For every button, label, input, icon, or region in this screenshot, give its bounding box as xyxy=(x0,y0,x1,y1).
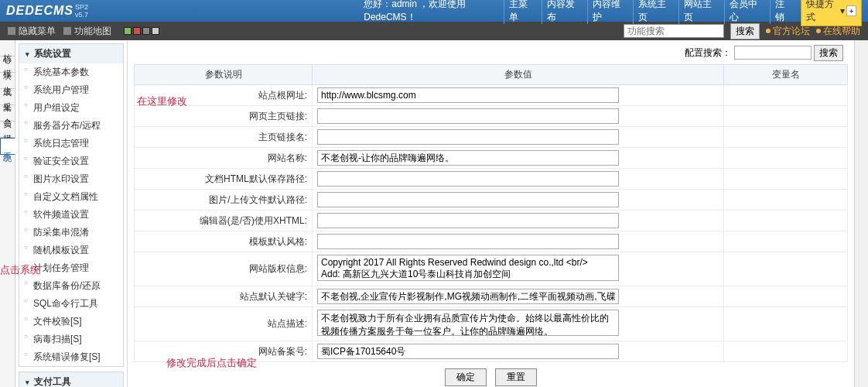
hide-menu-toggle[interactable]: 隐藏菜单 xyxy=(8,25,56,38)
sidebar-item[interactable]: 图片水印设置 xyxy=(19,170,123,188)
config-varname xyxy=(724,148,848,169)
nav-system-home[interactable]: 系统主页 xyxy=(633,0,675,24)
reset-button[interactable]: 重置 xyxy=(495,368,537,386)
nav-logout[interactable]: 注销 xyxy=(770,0,796,24)
config-row: 站点根网址: xyxy=(135,85,848,106)
nav-member-center[interactable]: 会员中心 xyxy=(724,0,767,24)
plus-icon[interactable]: + xyxy=(846,5,856,16)
config-row: 主页链接名: xyxy=(135,127,848,148)
config-value-cell xyxy=(313,85,724,106)
config-input[interactable] xyxy=(317,108,619,124)
theme-gray[interactable] xyxy=(142,27,150,35)
logo-version: SP2 v5.7 xyxy=(75,3,101,19)
config-input[interactable]: 不老创视致力于所有企业拥有品质宣传片为使命。始终以最高性价比的视频传播方案服务于… xyxy=(317,310,619,336)
config-label: 站点根网址: xyxy=(135,85,313,106)
config-input[interactable] xyxy=(317,289,619,304)
sidebar-item[interactable]: 软件频道设置 xyxy=(19,206,123,224)
sidebar-item[interactable]: 服务器分布/远程 xyxy=(19,117,123,135)
sidebar-item[interactable]: 验证安全设置 xyxy=(19,152,123,170)
sidebar-item[interactable]: 用户组设定 xyxy=(19,99,123,117)
quick-way-label: 快捷方式 xyxy=(806,0,839,24)
sidebar-item[interactable]: 随机模板设置 xyxy=(19,241,123,259)
config-row: 网站版权信息:Copyright 2017 All Rights Reserve… xyxy=(135,252,848,286)
config-value-cell xyxy=(313,341,724,362)
welcome-text: 您好：admin ，欢迎使用DedeCMS！ xyxy=(364,0,504,24)
theme-red[interactable] xyxy=(133,27,141,35)
config-row: 网页主页链接: xyxy=(135,106,848,127)
sidebar-header-system[interactable]: ▾系统设置 xyxy=(19,44,123,63)
config-label: 文档HTML默认保存路径: xyxy=(135,169,313,190)
sitemap-link[interactable]: 功能地图 xyxy=(63,25,111,38)
forum-link[interactable]: 官方论坛 xyxy=(766,25,810,38)
help-link[interactable]: 在线帮助 xyxy=(816,25,860,38)
sidebar-item[interactable]: 数据库备份/还原 xyxy=(19,277,123,295)
submit-button[interactable]: 确定 xyxy=(445,368,487,386)
col-var: 变量名 xyxy=(724,65,848,85)
function-search-input[interactable] xyxy=(624,24,724,38)
config-varname xyxy=(724,286,848,307)
config-label: 站点默认关键字: xyxy=(135,286,313,307)
nav-main-menu[interactable]: 主菜单 xyxy=(504,0,538,24)
sidebar-item[interactable]: SQL命令行工具 xyxy=(19,295,123,313)
sidebar-item[interactable]: 防采集串混淆 xyxy=(19,224,123,241)
vtab-system[interactable]: 系统 xyxy=(0,138,15,155)
config-row: 站点描述:不老创视致力于所有企业拥有品质宣传片为使命。始终以最高性价比的视频传播… xyxy=(135,307,848,341)
sidebar-item[interactable]: 自定义文档属性 xyxy=(19,188,123,206)
logo: DEDECMS xyxy=(6,4,73,18)
config-input[interactable] xyxy=(317,344,619,359)
sidebar-item[interactable]: 系统错误修复[S] xyxy=(19,348,123,366)
config-varname xyxy=(724,252,848,286)
config-label: 网站备案号: xyxy=(135,341,313,362)
sidebar-item[interactable]: 病毒扫描[S] xyxy=(19,330,123,348)
nav-content-publish[interactable]: 内容发布 xyxy=(542,0,584,24)
config-varname xyxy=(724,190,848,211)
config-search-input[interactable] xyxy=(734,46,812,60)
chevron-down-icon: ▾ xyxy=(26,50,29,58)
sitemap-icon xyxy=(63,27,71,35)
nav-site-home[interactable]: 网站主页 xyxy=(678,0,721,24)
theme-green[interactable] xyxy=(124,27,132,35)
config-value-cell: Copyright 2017 All Rights Reserved Redwi… xyxy=(313,252,724,286)
config-value-cell xyxy=(313,106,724,127)
function-search-button[interactable]: 搜索 xyxy=(730,23,760,39)
scrollbar[interactable] xyxy=(854,40,868,387)
config-input[interactable] xyxy=(317,87,619,103)
config-value-cell xyxy=(313,211,724,231)
config-input[interactable] xyxy=(317,150,619,166)
top-nav: 主菜单 内容发布 内容维护 系统主页 网站主页 会员中心 注销 xyxy=(504,0,795,24)
nav-content-maintain[interactable]: 内容维护 xyxy=(587,0,630,24)
config-input[interactable] xyxy=(317,234,619,249)
config-varname xyxy=(724,341,848,362)
sidebar-item[interactable]: 系统用户管理 xyxy=(19,81,123,99)
sidebar-header-pay[interactable]: ▾支付工具 xyxy=(19,372,123,387)
top-bar: DEDECMS SP2 v5.7 您好：admin ，欢迎使用DedeCMS！ … xyxy=(0,0,868,22)
second-bar: 隐藏菜单 功能地图 搜索 官方论坛 在线帮助 xyxy=(0,22,868,40)
sidebar-item[interactable]: 系统基本参数 xyxy=(19,63,123,81)
col-value: 参数值 xyxy=(313,65,724,85)
vtab-template[interactable]: 模板 xyxy=(0,122,15,138)
config-row: 文档HTML默认保存路径: xyxy=(135,169,848,190)
sidebar-item[interactable]: 文件校验[S] xyxy=(19,313,123,330)
config-input[interactable] xyxy=(317,129,619,145)
config-row: 站点默认关键字: xyxy=(135,286,848,307)
config-search-button[interactable]: 搜索 xyxy=(814,45,843,61)
vtab-generate[interactable]: 生成 xyxy=(0,73,15,89)
config-input[interactable] xyxy=(317,213,619,228)
config-row: 网站名称: xyxy=(135,148,848,169)
vtab-core[interactable]: 核心 xyxy=(0,40,15,57)
vtab-module[interactable]: 模块 xyxy=(0,57,15,73)
vtab-member[interactable]: 会员 xyxy=(0,105,15,122)
sidebar-item[interactable]: 计划任务管理 xyxy=(19,259,123,277)
chevron-down-icon: ▾ xyxy=(26,378,29,386)
config-input[interactable] xyxy=(317,192,619,207)
config-row: 图片/上传文件默认路径: xyxy=(135,190,848,211)
vtab-collect[interactable]: 采集 xyxy=(0,89,15,105)
sidebar-item[interactable]: 系统日志管理 xyxy=(19,135,123,152)
menu-icon xyxy=(8,27,15,35)
dot-icon xyxy=(766,29,771,33)
config-varname xyxy=(724,231,848,252)
theme-light[interactable] xyxy=(152,27,159,35)
config-input[interactable]: Copyright 2017 All Rights Reserved Redwi… xyxy=(317,255,619,281)
config-input[interactable] xyxy=(317,171,619,187)
config-varname xyxy=(724,106,848,127)
